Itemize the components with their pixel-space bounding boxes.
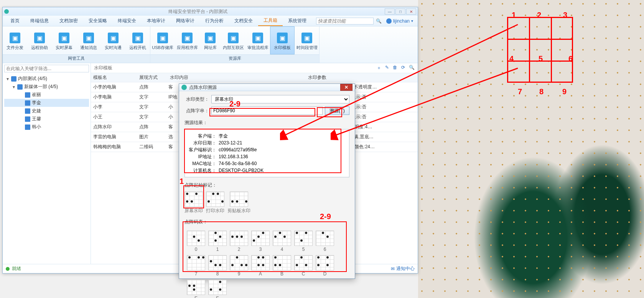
ribbon-icon: ▣: [83, 33, 94, 43]
ribbon-icon: ▣: [157, 33, 168, 43]
ribbon-icon: ▣: [108, 33, 119, 43]
tree-user[interactable]: 韩小: [4, 123, 89, 131]
notification-center[interactable]: ✉通知中心: [391, 265, 415, 272]
result-line: MAC地址：74-56-3c-8a-58-60: [189, 160, 345, 167]
menu-item[interactable]: 网络审计: [171, 16, 200, 26]
close-button[interactable]: ✕: [406, 8, 416, 15]
ribbon-button[interactable]: ▣文件分发: [3, 26, 27, 54]
org-tree: ▾内部测试 (4/5) ▾新媒体一部 (4/5) 崔丽李金史婕王馨韩小: [3, 74, 91, 132]
menu-item[interactable]: 首页: [5, 16, 25, 26]
code-item: D: [316, 255, 334, 277]
code-item: 6: [316, 231, 334, 252]
code-label: 点阵字串：: [184, 108, 209, 114]
code-item: 3: [251, 231, 270, 252]
menu-item[interactable]: 终端安全: [112, 16, 142, 26]
ribbon-icon: ▣: [252, 33, 263, 43]
menu-item[interactable]: 本地审计: [142, 16, 171, 26]
code-item: C: [294, 255, 313, 277]
result-line: IP地址：192.168.3.136: [189, 153, 345, 160]
menu-item[interactable]: 工具箱: [258, 16, 283, 26]
codes-label: 点阵码表：: [184, 219, 349, 225]
pc-icon: [25, 92, 30, 98]
ribbon-button[interactable]: ▣审批流程库: [245, 26, 270, 54]
menu-item[interactable]: 终端信息: [25, 16, 54, 26]
ribbon-button[interactable]: ▣远程协助: [27, 26, 52, 54]
minimize-button[interactable]: —: [385, 8, 395, 15]
ribbon-icon: ▣: [205, 33, 216, 43]
tree-dept[interactable]: ▾新媒体一部 (4/5): [4, 83, 89, 91]
pc-icon: [25, 100, 30, 106]
dialog-title: 点阵水印溯源: [189, 84, 217, 91]
menu-item[interactable]: 文档安全: [229, 16, 258, 26]
ribbon-button[interactable]: ▣网址库: [199, 26, 221, 54]
org-icon: [11, 76, 16, 82]
ribbon-button[interactable]: ▣USB存储库: [150, 26, 175, 54]
code-item: 2: [230, 231, 248, 252]
type-label: 水印类型：: [184, 96, 209, 103]
ribbon-icon: ▣: [228, 33, 239, 43]
ribbon-group-label-1: 网管工具: [3, 54, 150, 63]
ribbon-icon: ▣: [132, 33, 143, 43]
ribbon-button[interactable]: ▣通知消息: [76, 26, 101, 54]
ribbon-icon: ▣: [59, 33, 69, 43]
sidebar: ▾内部测试 (4/5) ▾新媒体一部 (4/5) 崔丽李金史婕王馨韩小: [3, 63, 91, 264]
pc-icon: [25, 116, 30, 122]
code-item: F: [208, 280, 227, 298]
ribbon-button[interactable]: ▣应用程序库: [175, 26, 199, 54]
menu-item[interactable]: 安全策略: [83, 16, 112, 26]
svg-line-1: [334, 68, 518, 136]
code-item: 7: [187, 255, 205, 277]
titlebar: 终端安全管控平台 - 内部测试 — □ ✕: [3, 7, 418, 16]
code-item: 8: [208, 255, 227, 277]
dialog-logo-icon: [181, 85, 187, 90]
status-dot-icon: [6, 267, 10, 271]
sidebar-filter-input[interactable]: [4, 65, 89, 72]
ribbon-icon: ▣: [10, 33, 20, 43]
tree-user[interactable]: 史婕: [4, 107, 89, 115]
menu-item[interactable]: 文档加密: [54, 16, 83, 26]
code-item: 4: [273, 231, 291, 252]
column-header[interactable]: 展现方式: [139, 74, 168, 81]
maximize-button[interactable]: □: [395, 8, 405, 15]
ribbon-button[interactable]: ▣远程开机: [125, 26, 150, 54]
menu-item[interactable]: 行为分析: [200, 16, 229, 26]
breadcrumb: 水印模板: [94, 65, 112, 71]
code-item: A: [251, 255, 270, 277]
mark-item[interactable]: 剪贴板水印: [227, 192, 250, 214]
result-line: 客户端标识：c0996a1f27a95f8e: [189, 146, 345, 153]
pc-icon: [25, 108, 30, 114]
mail-icon: ✉: [391, 266, 395, 272]
ribbon-icon: ▣: [182, 33, 193, 43]
code-item: 0: [187, 231, 205, 252]
tree-user[interactable]: 王馨: [4, 115, 89, 123]
code-item: B: [273, 255, 291, 277]
window-title: 终端安全管控平台 - 内部测试: [11, 8, 385, 15]
tree-user[interactable]: 崔丽: [4, 91, 89, 99]
tree-root[interactable]: ▾内部测试 (4/5): [4, 75, 89, 83]
ribbon-button[interactable]: ▣实时屏幕: [52, 26, 76, 54]
app-logo-icon: [4, 9, 9, 14]
mark-item[interactable]: 打印水印: [206, 192, 224, 214]
ribbon-icon: ▣: [34, 33, 45, 43]
pc-icon: [25, 124, 30, 130]
code-item: 9: [230, 255, 248, 277]
code-item: E: [187, 280, 205, 298]
org-icon: [17, 84, 23, 90]
result-line: 计算机名：DESKTOP-GLPB2OK: [189, 167, 345, 174]
mark-item[interactable]: 屏幕水印: [184, 192, 203, 214]
column-header[interactable]: 模板名: [91, 74, 139, 81]
code-item: 1: [208, 231, 227, 252]
ribbon-button[interactable]: ▣实时沟通: [101, 26, 125, 54]
marks-label: 点阵起始标记：: [184, 182, 349, 188]
status-text: 就绪: [12, 265, 21, 272]
tree-user[interactable]: 李金: [4, 99, 89, 107]
ribbon-button[interactable]: ▣内部互联区: [221, 26, 245, 54]
code-item: 5: [294, 231, 313, 252]
